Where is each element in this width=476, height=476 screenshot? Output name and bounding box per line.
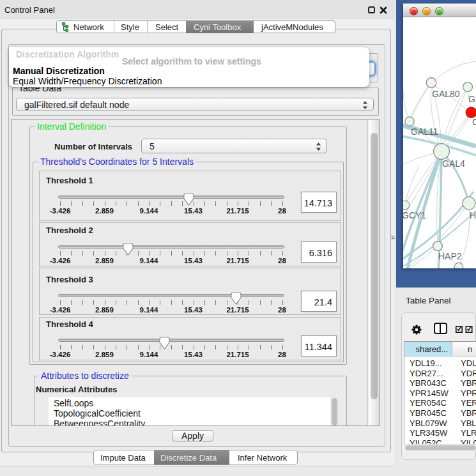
svg-text:H: H: [470, 210, 476, 220]
svg-text:GAL80: GAL80: [432, 89, 460, 99]
svg-text:C: C: [472, 117, 476, 127]
svg-text:GAL4: GAL4: [442, 158, 465, 169]
svg-text:GCY1: GCY1: [403, 210, 426, 220]
svg-text:GAL11: GAL11: [411, 127, 438, 137]
svg-text:HAP2: HAP2: [438, 251, 462, 261]
svg-text:G.: G.: [468, 94, 476, 104]
